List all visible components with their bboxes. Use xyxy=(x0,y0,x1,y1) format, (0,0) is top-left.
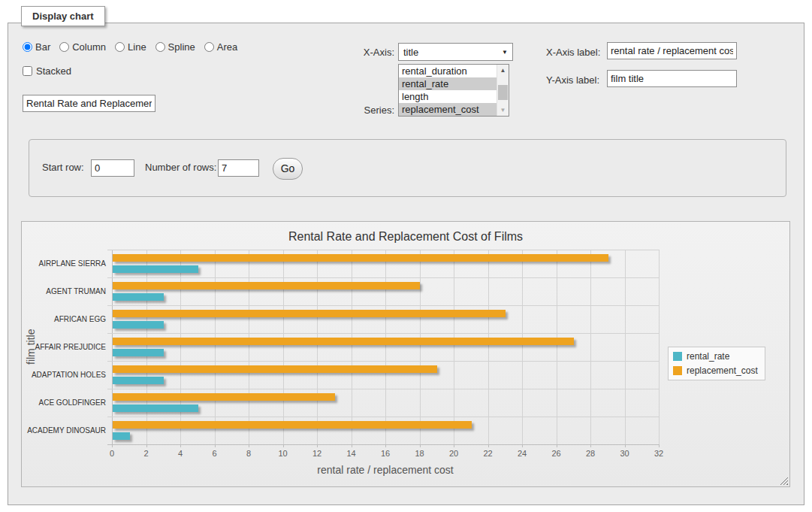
gridline-horizontal xyxy=(107,361,659,362)
gridline-vertical xyxy=(659,250,660,444)
gridline-vertical xyxy=(180,250,181,444)
gridline-horizontal xyxy=(107,389,659,389)
bar-replacement_cost[interactable] xyxy=(113,365,437,373)
x-axis-title: rental rate / replacement cost xyxy=(112,464,659,476)
x-tick-mark xyxy=(659,444,660,447)
y-axis-label-input[interactable] xyxy=(607,70,737,87)
y-axis-label-label: Y-Axis label: xyxy=(546,74,599,86)
category-label: AGENT TRUMAN xyxy=(22,287,106,296)
go-button[interactable]: Go xyxy=(273,158,303,180)
radio-spline[interactable] xyxy=(155,42,165,52)
bar-replacement_cost[interactable] xyxy=(113,282,420,289)
category-label: AIRPLANE SIERRA xyxy=(22,259,106,268)
x-tick-label: 10 xyxy=(268,449,298,458)
gridline-horizontal xyxy=(107,305,659,306)
x-axis-line xyxy=(107,444,659,445)
y-axis-line xyxy=(112,250,113,444)
category-label: ACADEMY DINOSAUR xyxy=(22,426,106,435)
radio-area[interactable] xyxy=(204,42,214,52)
radio-line[interactable] xyxy=(115,42,125,52)
x-tick-label: 2 xyxy=(131,449,161,458)
stacked-label: Stacked xyxy=(36,65,71,77)
x-axis-select[interactable]: title ▼ xyxy=(398,43,513,61)
radio-bar[interactable] xyxy=(23,42,32,52)
gridline-vertical xyxy=(215,250,216,444)
bar-replacement_cost[interactable] xyxy=(113,254,608,262)
stacked-checkbox[interactable] xyxy=(23,66,32,76)
radio-label: Spline xyxy=(168,41,195,53)
scroll-up-icon[interactable]: ▲ xyxy=(497,65,509,76)
bar-rental_rate[interactable] xyxy=(113,349,164,356)
series-option-rental_rate[interactable]: rental_rate xyxy=(399,77,497,90)
gridline-vertical xyxy=(283,250,284,444)
series-option-rental_duration[interactable]: rental_duration xyxy=(399,65,497,77)
gridline-vertical xyxy=(317,250,318,444)
radio-label: Bar xyxy=(35,41,50,53)
gridline-vertical xyxy=(352,250,352,444)
x-tick-label: 8 xyxy=(234,449,264,458)
chart-type-column[interactable]: Column xyxy=(59,41,106,53)
x-axis-selected-value: title xyxy=(403,47,418,58)
category-label: ACE GOLDFINGER xyxy=(22,398,106,407)
chart-type-bar[interactable]: Bar xyxy=(23,41,50,53)
bar-replacement_cost[interactable] xyxy=(113,338,574,345)
scroll-down-icon[interactable]: ▼ xyxy=(497,105,509,116)
chart-type-spline[interactable]: Spline xyxy=(155,41,195,53)
x-axis-label-label: X-Axis label: xyxy=(546,47,600,58)
bar-rental_rate[interactable] xyxy=(113,293,164,301)
scrollbar-thumb[interactable] xyxy=(498,85,508,100)
x-axis-label-input[interactable] xyxy=(607,42,737,59)
x-tick-label: 22 xyxy=(473,449,503,458)
bar-rental_rate[interactable] xyxy=(113,432,130,440)
x-tick-label: 4 xyxy=(165,449,195,458)
x-tick-label: 16 xyxy=(370,449,400,458)
x-tick-label: 0 xyxy=(97,449,127,458)
gridline-horizontal xyxy=(107,333,659,334)
bar-rental_rate[interactable] xyxy=(113,321,164,329)
gridline-vertical xyxy=(420,250,421,444)
bar-rental_rate[interactable] xyxy=(113,404,198,412)
chart-type-line[interactable]: Line xyxy=(115,41,146,53)
legend-swatch xyxy=(673,352,682,361)
x-tick-label: 30 xyxy=(610,449,640,458)
series-option-replacement_cost[interactable]: replacement_cost xyxy=(399,103,497,116)
fieldset-legend: Display chart xyxy=(21,6,105,26)
series-multiselect[interactable]: rental_durationrental_ratelengthreplacem… xyxy=(398,64,509,117)
bar-replacement_cost[interactable] xyxy=(113,310,506,317)
number-of-rows-label: Number of rows: xyxy=(145,162,216,173)
gridline-horizontal xyxy=(107,250,659,250)
legend-item-rental_rate[interactable]: rental_rate xyxy=(673,351,758,362)
x-tick-label: 12 xyxy=(302,449,332,458)
chart-title-input[interactable] xyxy=(23,95,155,112)
series-option-length[interactable]: length xyxy=(399,90,497,103)
radio-label: Line xyxy=(128,41,146,53)
bar-replacement_cost[interactable] xyxy=(113,393,335,401)
chart-container: Rental Rate and Replacement Cost of Film… xyxy=(21,221,790,487)
chart-legend[interactable]: rental_ratereplacement_cost xyxy=(668,347,765,380)
gridline-vertical xyxy=(385,250,386,444)
radio-column[interactable] xyxy=(59,42,69,52)
radio-label: Area xyxy=(217,41,237,53)
chart-type-radios: BarColumnLineSplineArea xyxy=(23,41,237,53)
x-axis-select-label: X-Axis: xyxy=(352,47,394,58)
number-of-rows-input[interactable] xyxy=(218,159,259,177)
legend-label: replacement_cost xyxy=(687,365,758,376)
legend-swatch xyxy=(673,366,682,375)
y-axis-title: film title xyxy=(25,312,37,381)
bar-replacement_cost[interactable] xyxy=(113,421,472,429)
bar-rental_rate[interactable] xyxy=(113,265,198,273)
legend-label: rental_rate xyxy=(687,351,729,362)
x-tick-label: 6 xyxy=(200,449,230,458)
gridline-vertical xyxy=(488,250,489,444)
series-options: rental_durationrental_ratelengthreplacem… xyxy=(399,65,497,116)
x-tick-label: 14 xyxy=(337,449,367,458)
series-scrollbar[interactable]: ▲ ▼ xyxy=(497,65,509,116)
bar-rental_rate[interactable] xyxy=(113,377,164,384)
stacked-checkbox-row[interactable]: Stacked xyxy=(23,65,71,77)
gridline-vertical xyxy=(522,250,523,444)
chart-type-area[interactable]: Area xyxy=(204,41,237,53)
x-tick-label: 24 xyxy=(507,449,537,458)
legend-item-replacement_cost[interactable]: replacement_cost xyxy=(673,365,758,376)
gridline-horizontal xyxy=(107,417,659,417)
start-row-input[interactable] xyxy=(91,159,134,177)
